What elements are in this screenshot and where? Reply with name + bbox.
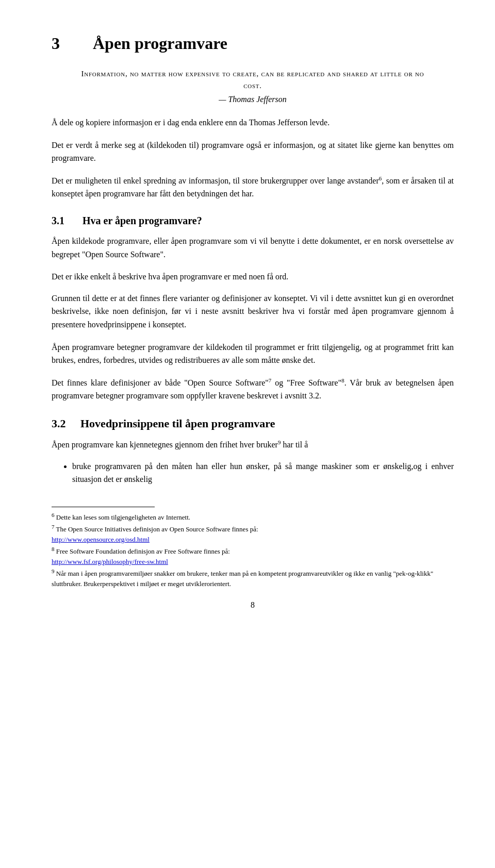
epigraph-block: Information, no matter how expensive to …	[77, 68, 428, 106]
bullet-list: bruke programvaren på den måten han elle…	[72, 460, 454, 486]
section-3-2-para-1: Åpen programvare kan kjennetegnes gjenno…	[52, 438, 454, 452]
footnote-7-link[interactable]: http://www.opensource.org/osd.html	[52, 536, 150, 543]
section-3-1-para-1: Åpen kildekode programvare, eller åpen p…	[52, 235, 454, 261]
footnote-divider	[52, 507, 155, 507]
section-3-1-para-3: Grunnen til dette er at det finnes flere…	[52, 292, 454, 331]
section-3-1-number: 3.1	[52, 213, 70, 228]
intro-paragraph-1: Å dele og kopiere informasjon er i dag e…	[52, 116, 454, 129]
footnote-6: 6 Dette kan leses som tilgjengeligheten …	[52, 512, 454, 523]
epigraph-attribution: — Thomas Jefferson	[77, 93, 428, 106]
chapter-header: 3 Åpen programvare	[52, 31, 454, 56]
footnote-9: 9 Når man i åpen programvaremiljøer snak…	[52, 569, 454, 589]
page-number: 8	[52, 599, 454, 611]
section-3-1-title: Hva er åpen programvare?	[82, 213, 202, 228]
section-3-1-para-2: Det er ikke enkelt å beskrive hva åpen p…	[52, 270, 454, 283]
intro-paragraph-3: Det er muligheten til enkel spredning av…	[52, 174, 454, 201]
section-3-2-header: 3.2 Hovedprinsippene til åpen programvar…	[52, 415, 454, 432]
footnote-8: 8 Free Software Foundation definisjon av…	[52, 546, 454, 566]
section-3-2-number: 3.2	[52, 415, 70, 432]
bullet-item-1: bruke programvaren på den måten han elle…	[72, 460, 454, 486]
section-3-1-para-5: Det finnes klare definisjoner av både "O…	[52, 376, 454, 403]
chapter-title: Åpen programvare	[93, 31, 227, 56]
footnote-8-link[interactable]: http://www.fsf.org/philosophy/free-sw.ht…	[52, 558, 168, 565]
section-3-2-title: Hovedprinsippene til åpen programvare	[80, 415, 275, 432]
section-3-1-para-4: Åpen programvare betegner programvare de…	[52, 341, 454, 367]
epigraph-quote: Information, no matter how expensive to …	[77, 68, 428, 91]
chapter-number: 3	[52, 31, 72, 56]
intro-paragraph-2: Det er verdt å merke seg at (kildekoden …	[52, 139, 454, 165]
section-3-1-header: 3.1 Hva er åpen programvare?	[52, 213, 454, 228]
footnote-7: 7 The Open Source Initiatives definisjon…	[52, 524, 454, 544]
